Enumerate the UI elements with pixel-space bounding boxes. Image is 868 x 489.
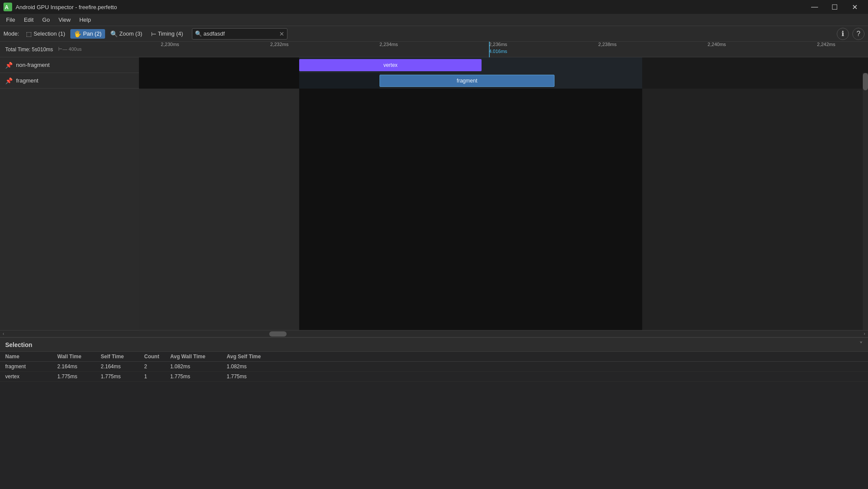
selection-panel: Selection ˅ Name Wall Time Self Time Cou… [0, 337, 868, 489]
row-vertex-avgwall: 1.775ms [170, 373, 227, 380]
help-button[interactable]: ? [852, 28, 865, 40]
selection-collapse-button[interactable]: ˅ [859, 340, 863, 349]
vertex-label: vertex [383, 62, 398, 68]
col-header-name: Name [5, 354, 57, 360]
hscroll-right-arrow[interactable]: › [861, 330, 868, 337]
menu-bar: File Edit Go View Help [0, 14, 868, 26]
row-fragment-avgself: 1.082ms [227, 363, 283, 370]
search-clear-button[interactable]: ✕ [279, 30, 284, 37]
empty-track-area [0, 89, 868, 330]
row-fragment-name: fragment [5, 363, 57, 370]
close-button[interactable]: ✕ [845, 0, 865, 14]
empty-band-left [139, 89, 299, 330]
tick-5: 2,240ms [708, 42, 726, 47]
empty-band-selected [299, 89, 642, 330]
dark-band-left-f [139, 73, 380, 89]
svg-text:A: A [5, 4, 9, 10]
pin-icon-nonfragment: 📌 [5, 62, 13, 69]
col-header-avgself: Avg Self Time [227, 354, 283, 360]
hscroll-thumb[interactable] [269, 331, 287, 337]
mode-pan-label: Pan (2) [83, 30, 102, 37]
menu-help[interactable]: Help [75, 15, 96, 25]
horizontal-scrollbar[interactable]: ‹ › [0, 330, 868, 337]
mode-zoom-button[interactable]: 🔍 Zoom (3) [107, 29, 146, 39]
mode-selection-label: Selection (1) [33, 30, 65, 37]
menu-edit[interactable]: Edit [20, 15, 38, 25]
fragment-label: fragment [457, 78, 477, 84]
hscroll-left-arrow[interactable]: ‹ [0, 330, 7, 337]
tick-6: 2,242ms [817, 42, 835, 47]
timeline-ruler: 2,230ms 2,232ms 2,234ms 2,236ms 2,238ms … [139, 42, 868, 57]
menu-go[interactable]: Go [38, 15, 54, 25]
track-row-nonfragment: 📌 non-fragment vertex [0, 57, 868, 73]
row-fragment-wall: 2.164ms [57, 363, 101, 370]
tick-1: 2,232ms [270, 42, 288, 47]
dark-band-right-nf [482, 57, 868, 73]
dark-band-left-nf [139, 57, 299, 73]
selection-time-value: 4.016ms [489, 49, 507, 54]
search-input[interactable] [204, 30, 279, 37]
search-box[interactable]: 🔍 ✕ [192, 28, 287, 40]
menu-file[interactable]: File [2, 15, 20, 25]
timeline-container: Total Time: 5s010ms ⊢— 400us 2,230ms 2,2… [0, 42, 868, 337]
tick-2: 2,234ms [380, 42, 398, 47]
tracks-area: 📌 non-fragment vertex [0, 57, 868, 330]
row-fragment-avgwall: 1.082ms [170, 363, 227, 370]
selection-table-body: fragment 2.164ms 2.164ms 2 1.082ms 1.082… [0, 362, 868, 489]
timeline-header: Total Time: 5s010ms ⊢— 400us 2,230ms 2,2… [0, 42, 868, 57]
selection-panel-title: Selection [5, 341, 32, 348]
empty-left-panel [0, 89, 139, 330]
menu-view[interactable]: View [54, 15, 75, 25]
main-layout: Total Time: 5s010ms ⊢— 400us 2,230ms 2,2… [0, 42, 868, 489]
vscroll-thumb[interactable] [863, 73, 868, 90]
total-time-label: Total Time: 5s010ms ⊢— 400us [0, 46, 139, 53]
row-vertex-count: 1 [144, 373, 170, 380]
tick-3: 2,236ms [489, 42, 507, 47]
mode-selection-button[interactable]: ⬚ Selection (1) [23, 29, 69, 39]
vertical-scrollbar[interactable] [863, 73, 868, 330]
track-row-fragment: 📌 fragment fragment [0, 73, 868, 89]
row-vertex-wall: 1.775ms [57, 373, 101, 380]
track-name-nonfragment: non-fragment [16, 62, 50, 68]
search-icon: 🔍 [195, 30, 202, 37]
col-header-avgwall: Avg Wall Time [170, 354, 227, 360]
tick-4: 2,238ms [598, 42, 617, 47]
col-header-self: Self Time [101, 354, 144, 360]
pan-icon: 🖐 [74, 30, 81, 37]
track-name-fragment: fragment [16, 77, 38, 84]
tick-0: 2,230ms [161, 42, 179, 47]
timing-icon: ⊢ [151, 30, 156, 37]
selection-line [489, 42, 490, 57]
toolbar: Mode: ⬚ Selection (1) 🖐 Pan (2) 🔍 Zoom (… [0, 26, 868, 42]
app-title: Android GPU Inspector - freefire.perfett… [16, 4, 117, 10]
title-bar: A Android GPU Inspector - freefire.perfe… [0, 0, 868, 14]
scale-text: ⊢— 400us [58, 46, 82, 52]
mode-timing-button[interactable]: ⊢ Timing (4) [148, 29, 187, 39]
mode-timing-label: Timing (4) [158, 30, 183, 37]
mode-zoom-label: Zoom (3) [119, 30, 142, 37]
total-time-text: Total Time: 5s010ms [5, 46, 53, 53]
track-canvas-nonfragment[interactable]: vertex [139, 57, 868, 73]
fragment-region[interactable]: fragment [380, 75, 554, 87]
title-bar-controls: — ☐ ✕ [805, 0, 865, 14]
track-label-nonfragment: 📌 non-fragment [0, 62, 139, 69]
empty-track-content [139, 89, 868, 330]
info-button[interactable]: ℹ [837, 28, 849, 40]
track-label-fragment: 📌 fragment [0, 77, 139, 84]
col-header-wall: Wall Time [57, 354, 101, 360]
table-row-vertex[interactable]: vertex 1.775ms 1.775ms 1 1.775ms 1.775ms [0, 372, 868, 382]
track-canvas-fragment[interactable]: fragment [139, 73, 868, 89]
zoom-icon: 🔍 [110, 30, 118, 37]
app-icon: A [3, 3, 12, 11]
vertex-region[interactable]: vertex [299, 59, 482, 71]
pin-icon-fragment: 📌 [5, 77, 13, 84]
info-icons: ℹ ? [837, 28, 865, 40]
minimize-button[interactable]: — [805, 0, 825, 14]
mode-label: Mode: [3, 30, 19, 37]
row-vertex-name: vertex [5, 373, 57, 380]
mode-pan-button[interactable]: 🖐 Pan (2) [70, 29, 105, 39]
selection-panel-header: Selection ˅ [0, 338, 868, 352]
maximize-button[interactable]: ☐ [825, 0, 845, 14]
table-row-fragment[interactable]: fragment 2.164ms 2.164ms 2 1.082ms 1.082… [0, 362, 868, 372]
row-fragment-self: 2.164ms [101, 363, 144, 370]
